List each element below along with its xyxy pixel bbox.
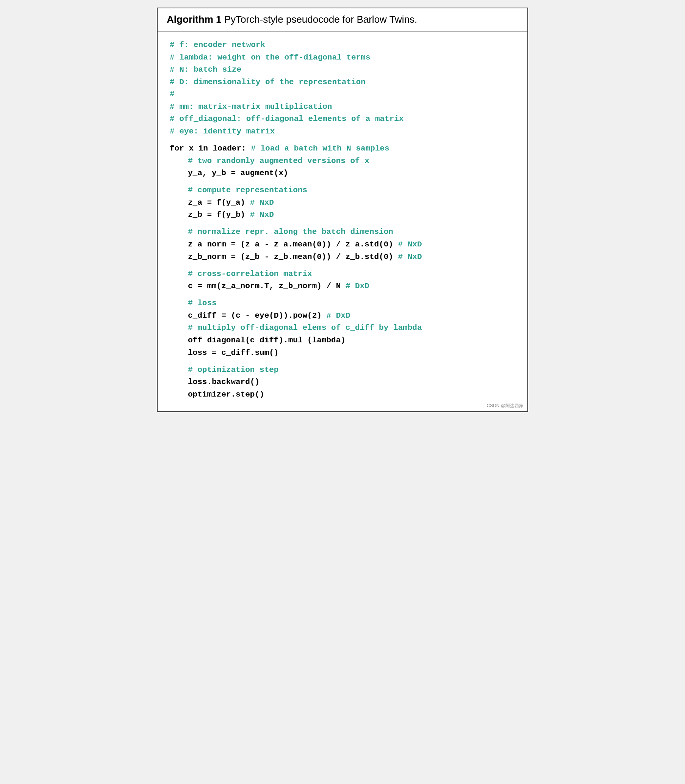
comment-line-7: # off_diagonal: off-diagonal elements of… bbox=[170, 113, 515, 125]
for-loop-comment: # load a batch with N samples bbox=[251, 144, 389, 153]
algorithm-header: Algorithm 1 PyTorch-style pseudocode for… bbox=[157, 8, 528, 31]
algo-label: Algorithm 1 bbox=[167, 14, 221, 25]
for-loop-rest: x in loader: bbox=[184, 144, 251, 153]
comment-line-2: # lambda: weight on the off-diagonal ter… bbox=[170, 52, 515, 64]
zb-code: z_b = f(y_b) bbox=[188, 210, 250, 219]
zb-norm-code: z_b_norm = (z_b - z_b.mean(0)) / z_b.std… bbox=[188, 252, 398, 261]
comment-normalize: # normalize repr. along the batch dimens… bbox=[170, 226, 515, 239]
comment-line-1: # f: encoder network bbox=[170, 39, 515, 52]
comment-repr: # compute representations bbox=[170, 184, 515, 197]
for-loop-line: for x in loader: # load a batch with N s… bbox=[170, 143, 515, 155]
comment-optim: # optimization step bbox=[170, 364, 515, 376]
comment-line-5: # bbox=[170, 88, 515, 101]
za-line: z_a = f(y_a) # NxD bbox=[170, 197, 515, 209]
zb-norm-line: z_b_norm = (z_b - z_b.mean(0)) / z_b.std… bbox=[170, 251, 515, 264]
backward-line: loss.backward() bbox=[170, 376, 515, 389]
c-code: c = mm(z_a_norm.T, z_b_norm) / N bbox=[188, 282, 346, 290]
algo-title: PyTorch-style pseudocode for Barlow Twin… bbox=[221, 14, 417, 25]
zb-comment: # NxD bbox=[250, 210, 274, 219]
cdiff-comment: # DxD bbox=[326, 311, 350, 320]
blank-2 bbox=[170, 180, 515, 185]
blank-line bbox=[170, 138, 515, 143]
offdiag-line: off_diagonal(c_diff).mul_(lambda) bbox=[170, 334, 515, 347]
comment-line-8: # eye: identity matrix bbox=[170, 125, 515, 138]
comment-multiply: # multiply off-diagonal elems of c_diff … bbox=[170, 322, 515, 334]
algorithm-box: Algorithm 1 PyTorch-style pseudocode for… bbox=[157, 8, 528, 412]
cdiff-code: c_diff = (c - eye(D)).pow(2) bbox=[188, 311, 326, 320]
comment-line-6: # mm: matrix-matrix multiplication bbox=[170, 101, 515, 113]
blank-3 bbox=[170, 221, 515, 226]
c-line: c = mm(z_a_norm.T, z_b_norm) / N # DxD bbox=[170, 280, 515, 293]
blank-4 bbox=[170, 263, 515, 268]
watermark: CSDN @阿达西家 bbox=[487, 403, 524, 409]
za-code: z_a = f(y_a) bbox=[188, 198, 250, 207]
loss-line: loss = c_diff.sum() bbox=[170, 347, 515, 359]
comment-line-4: # D: dimensionality of the representatio… bbox=[170, 76, 515, 89]
za-norm-line: z_a_norm = (z_a - z_a.mean(0)) / z_a.std… bbox=[170, 239, 515, 251]
za-norm-code: z_a_norm = (z_a - z_a.mean(0)) / z_a.std… bbox=[188, 240, 398, 249]
za-comment: # NxD bbox=[250, 198, 274, 207]
code-augment: y_a, y_b = augment(x) bbox=[170, 167, 515, 180]
blank-5 bbox=[170, 293, 515, 298]
zb-norm-comment: # NxD bbox=[398, 252, 422, 261]
optimizer-line: optimizer.step() bbox=[170, 389, 515, 401]
comment-cross-corr: # cross-correlation matrix bbox=[170, 268, 515, 281]
c-comment: # DxD bbox=[346, 282, 369, 290]
keyword-for: for bbox=[170, 144, 184, 153]
za-norm-comment: # NxD bbox=[398, 240, 422, 249]
zb-line: z_b = f(y_b) # NxD bbox=[170, 209, 515, 221]
blank-6 bbox=[170, 359, 515, 364]
algorithm-body: # f: encoder network # lambda: weight on… bbox=[157, 31, 528, 412]
comment-augment: # two randomly augmented versions of x bbox=[170, 155, 515, 168]
cdiff-line: c_diff = (c - eye(D)).pow(2) # DxD bbox=[170, 310, 515, 322]
comments-block: # f: encoder network # lambda: weight on… bbox=[170, 39, 515, 138]
comment-loss: # loss bbox=[170, 297, 515, 310]
comment-line-3: # N: batch size bbox=[170, 64, 515, 76]
